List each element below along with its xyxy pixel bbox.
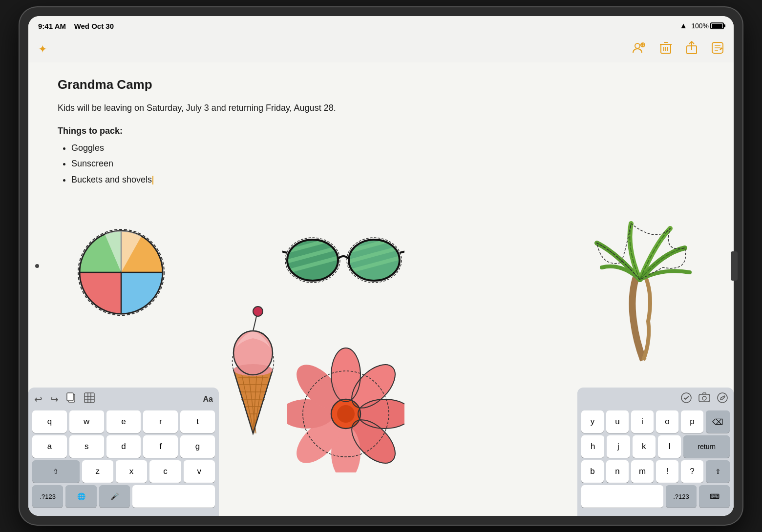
key-a[interactable]: a: [32, 435, 67, 458]
key-n[interactable]: n: [606, 460, 629, 483]
key-mic[interactable]: 🎤: [99, 485, 130, 508]
svg-rect-71: [85, 393, 94, 403]
key-numbers[interactable]: .?123: [32, 485, 63, 508]
svg-rect-70: [67, 393, 73, 401]
key-s[interactable]: s: [69, 435, 104, 458]
packing-list: Goggles Sunscreen Buckets and shovels: [58, 140, 704, 187]
svg-point-62: [337, 405, 355, 423]
key-k[interactable]: k: [633, 435, 656, 458]
kb-format-button: Aa: [203, 395, 213, 404]
status-right: ▲ 100%: [679, 21, 724, 30]
key-p[interactable]: p: [681, 410, 703, 433]
battery-icon: [710, 22, 724, 29]
kb-row-1: q w e r t: [32, 410, 215, 433]
key-space[interactable]: [132, 485, 215, 508]
clipboard-icon[interactable]: [66, 392, 76, 406]
kb-right-toolbar: [581, 392, 730, 406]
key-i[interactable]: i: [631, 410, 654, 433]
list-item: Buckets and shovels: [71, 172, 704, 187]
key-j[interactable]: j: [607, 435, 630, 458]
kb-row-3: ⇧ z x c v: [32, 460, 215, 483]
key-g[interactable]: g: [180, 435, 215, 458]
key-q[interactable]: q: [32, 410, 67, 433]
list-item: Goggles: [71, 140, 704, 156]
note-body: Kids will be leaving on Saturday, July 3…: [58, 101, 704, 115]
pencil-circle-icon[interactable]: [717, 392, 728, 406]
key-w[interactable]: w: [69, 410, 104, 433]
undo-icon[interactable]: ↩: [34, 393, 42, 405]
key-o[interactable]: o: [656, 410, 678, 433]
svg-line-37: [400, 250, 404, 253]
key-f[interactable]: f: [143, 435, 178, 458]
format-icon[interactable]: Aa: [203, 395, 213, 404]
key-u[interactable]: u: [606, 410, 629, 433]
palm-tree-sticker: [587, 204, 704, 372]
status-time-date: 9:41 AM Wed Oct 30: [38, 22, 114, 30]
date: Wed Oct 30: [74, 22, 114, 30]
key-y[interactable]: y: [581, 410, 604, 433]
kb-right-row-1: y u i o p ⌫: [581, 410, 730, 433]
key-shift-right[interactable]: ⇧: [706, 460, 730, 483]
key-space-right[interactable]: [581, 485, 663, 508]
redo-icon[interactable]: ↪: [50, 393, 59, 405]
key-m[interactable]: m: [631, 460, 654, 483]
edit-icon[interactable]: [711, 41, 724, 57]
key-h[interactable]: h: [581, 435, 604, 458]
ipad-screen: 9:41 AM Wed Oct 30 ▲ 100% ✦: [28, 16, 734, 516]
camera-icon[interactable]: [698, 392, 710, 406]
kb-right-row-4: .?123 ⌨: [581, 485, 730, 508]
battery-container: 100%: [691, 22, 724, 30]
key-z[interactable]: z: [82, 460, 113, 483]
key-r[interactable]: r: [143, 410, 178, 433]
key-backspace[interactable]: ⌫: [706, 410, 730, 433]
battery-fill: [712, 24, 722, 28]
toolbar-right: [632, 41, 724, 58]
key-v[interactable]: v: [184, 460, 215, 483]
key-d[interactable]: d: [106, 435, 141, 458]
key-return[interactable]: return: [683, 435, 730, 458]
svg-point-49: [233, 364, 273, 376]
collapse-icon[interactable]: ✦: [38, 43, 47, 56]
key-shift-left[interactable]: ⇧: [32, 460, 80, 483]
key-keyboard-dismiss[interactable]: ⌨: [699, 485, 730, 508]
key-exclaim[interactable]: !: [656, 460, 678, 483]
list-item: Sunscreen: [71, 156, 704, 171]
flower-sticker: [287, 346, 404, 474]
status-bar: 9:41 AM Wed Oct 30 ▲ 100%: [28, 16, 734, 36]
wifi-icon: ▲: [679, 21, 687, 30]
ipad-frame: 9:41 AM Wed Oct 30 ▲ 100% ✦: [20, 7, 742, 525]
things-to-pack-label: Things to pack:: [58, 126, 704, 136]
note-title: Grandma Camp: [58, 77, 704, 92]
add-collaborator-icon[interactable]: [632, 41, 646, 58]
key-b[interactable]: b: [581, 460, 604, 483]
delete-icon[interactable]: [659, 41, 672, 58]
kb-right-row-3: b n m ! ? ⇧: [581, 460, 730, 483]
kb-toolbar-left-icons: ↩ ↪: [34, 392, 95, 406]
toolbar-left: ✦: [38, 43, 47, 56]
power-button[interactable]: [731, 251, 738, 281]
key-question[interactable]: ?: [681, 460, 703, 483]
svg-line-36: [282, 250, 287, 253]
table-icon[interactable]: [84, 392, 95, 406]
share-icon[interactable]: [686, 41, 698, 58]
svg-point-0: [635, 43, 640, 48]
keyboard-right[interactable]: y u i o p ⌫ h j k l return b: [577, 388, 734, 516]
key-x[interactable]: x: [116, 460, 147, 483]
key-numbers-right[interactable]: .?123: [666, 485, 697, 508]
key-globe[interactable]: 🌐: [65, 485, 96, 508]
svg-point-78: [702, 396, 706, 400]
key-t[interactable]: t: [180, 410, 215, 433]
text-cursor: [152, 176, 153, 184]
note-toolbar: ✦: [28, 36, 734, 62]
left-sensor: [35, 264, 39, 268]
kb-row-4: .?123 🌐 🎤: [32, 485, 215, 508]
checkmark-icon[interactable]: [681, 392, 692, 406]
battery-percent: 100%: [691, 22, 709, 30]
time: 9:41 AM: [38, 22, 66, 30]
key-l[interactable]: l: [658, 435, 681, 458]
kb-row-2: a s d f g: [32, 435, 215, 458]
kb-left-toolbar: ↩ ↪: [32, 392, 215, 406]
keyboard-left[interactable]: ↩ ↪: [28, 388, 219, 516]
key-e[interactable]: e: [106, 410, 141, 433]
key-c[interactable]: c: [149, 460, 181, 483]
